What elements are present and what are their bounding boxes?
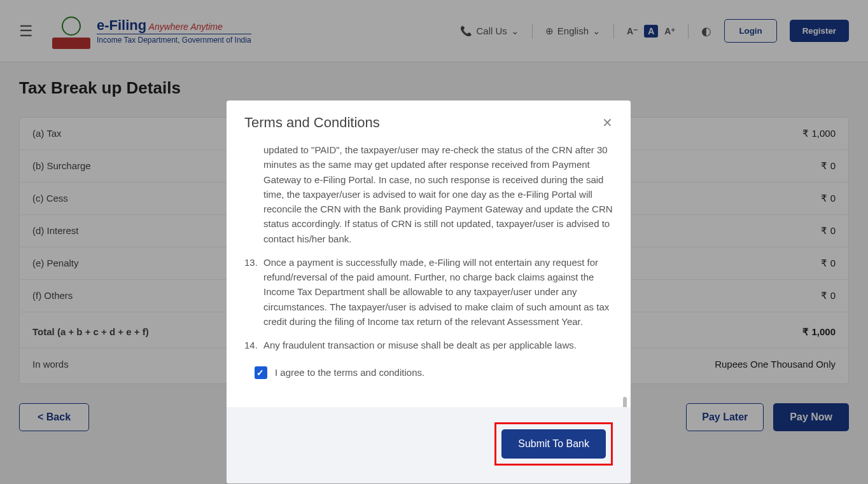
submit-highlight: Submit To Bank	[494, 422, 613, 466]
agree-label: I agree to the terms and conditions.	[275, 365, 424, 380]
scrollbar[interactable]	[623, 174, 627, 407]
modal-title: Terms and Conditions	[244, 114, 380, 131]
terms-item-14: 14.Any fraudulent transaction or misuse …	[263, 338, 613, 352]
terms-item-13: 13.Once a payment is successfully made, …	[263, 255, 613, 329]
item-text: Any fraudulent transaction or misuse sha…	[263, 340, 577, 350]
terms-item-12-partial: updated to "PAID", the taxpayer/user may…	[263, 142, 613, 246]
close-icon[interactable]: ✕	[602, 115, 613, 130]
terms-modal: Terms and Conditions ✕ updated to "PAID"…	[227, 100, 631, 483]
modal-body[interactable]: updated to "PAID", the taxpayer/user may…	[227, 142, 631, 407]
modal-header: Terms and Conditions ✕	[227, 100, 631, 142]
agree-row: I agree to the terms and conditions.	[255, 365, 613, 380]
agree-checkbox[interactable]	[255, 366, 267, 379]
modal-footer: Submit To Bank	[227, 407, 631, 483]
item-text: Once a payment is successfully made, e-F…	[263, 257, 609, 327]
submit-to-bank-button[interactable]: Submit To Bank	[501, 429, 606, 459]
item-number: 14.	[244, 338, 258, 352]
item-number: 13.	[244, 255, 258, 270]
